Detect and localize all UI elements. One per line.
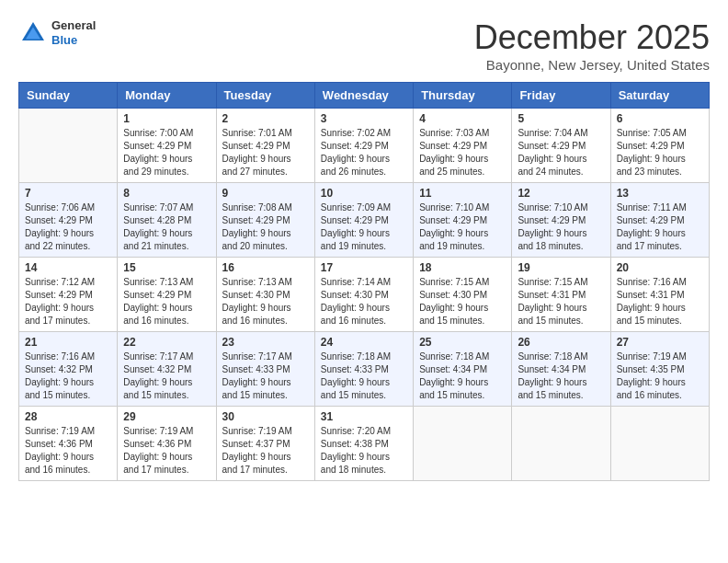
day-number: 6 [617,112,703,125]
calendar-cell: 1Sunrise: 7:00 AM Sunset: 4:29 PM Daylig… [118,109,216,183]
calendar-week-row: 28Sunrise: 7:19 AM Sunset: 4:36 PM Dayli… [19,407,710,481]
calendar-cell: 26Sunrise: 7:18 AM Sunset: 4:34 PM Dayli… [512,332,610,407]
calendar-cell: 4Sunrise: 7:03 AM Sunset: 4:29 PM Daylig… [414,109,512,183]
day-info: Sunrise: 7:13 AM Sunset: 4:29 PM Dayligh… [123,276,210,327]
month-title: December 2025 [474,18,710,57]
calendar-table: SundayMondayTuesdayWednesdayThursdayFrid… [18,82,710,481]
day-info: Sunrise: 7:18 AM Sunset: 4:34 PM Dayligh… [419,350,506,402]
day-info: Sunrise: 7:01 AM Sunset: 4:29 PM Dayligh… [222,127,309,178]
day-number: 30 [222,410,309,423]
day-info: Sunrise: 7:16 AM Sunset: 4:32 PM Dayligh… [25,350,111,402]
calendar-cell: 30Sunrise: 7:19 AM Sunset: 4:37 PM Dayli… [216,407,314,481]
day-number: 22 [123,336,210,349]
page-header: General Blue December 2025 Bayonne, New … [18,18,710,73]
day-number: 19 [518,261,604,274]
column-header-saturday: Saturday [610,83,709,109]
day-info: Sunrise: 7:02 AM Sunset: 4:29 PM Dayligh… [321,127,407,178]
calendar-cell: 24Sunrise: 7:18 AM Sunset: 4:33 PM Dayli… [314,332,413,407]
day-number: 16 [222,261,309,274]
day-info: Sunrise: 7:11 AM Sunset: 4:29 PM Dayligh… [617,201,703,253]
day-number: 23 [222,336,309,349]
day-number: 31 [321,410,407,423]
day-info: Sunrise: 7:05 AM Sunset: 4:29 PM Dayligh… [617,127,703,178]
calendar-header-row: SundayMondayTuesdayWednesdayThursdayFrid… [19,83,710,109]
day-info: Sunrise: 7:19 AM Sunset: 4:37 PM Dayligh… [222,425,309,477]
day-number: 14 [25,261,111,274]
day-number: 24 [321,336,407,349]
calendar-cell: 8Sunrise: 7:07 AM Sunset: 4:28 PM Daylig… [118,183,216,258]
calendar-cell: 14Sunrise: 7:12 AM Sunset: 4:29 PM Dayli… [19,258,118,332]
calendar-cell [414,407,512,481]
calendar-cell: 28Sunrise: 7:19 AM Sunset: 4:36 PM Dayli… [19,407,118,481]
column-header-thursday: Thursday [414,83,512,109]
day-info: Sunrise: 7:13 AM Sunset: 4:30 PM Dayligh… [222,276,309,327]
calendar-cell: 10Sunrise: 7:09 AM Sunset: 4:29 PM Dayli… [314,183,413,258]
day-number: 15 [123,261,210,274]
day-number: 13 [617,187,703,200]
day-number: 8 [123,187,210,200]
day-info: Sunrise: 7:17 AM Sunset: 4:33 PM Dayligh… [222,350,309,402]
day-info: Sunrise: 7:14 AM Sunset: 4:30 PM Dayligh… [321,276,407,327]
column-header-wednesday: Wednesday [314,83,413,109]
calendar-cell: 19Sunrise: 7:15 AM Sunset: 4:31 PM Dayli… [512,258,610,332]
day-number: 5 [518,112,604,125]
logo-text: General Blue [51,18,96,47]
day-info: Sunrise: 7:09 AM Sunset: 4:29 PM Dayligh… [321,201,407,253]
calendar-cell: 13Sunrise: 7:11 AM Sunset: 4:29 PM Dayli… [610,183,709,258]
day-info: Sunrise: 7:03 AM Sunset: 4:29 PM Dayligh… [419,127,506,178]
logo-icon [18,18,48,48]
day-info: Sunrise: 7:04 AM Sunset: 4:29 PM Dayligh… [518,127,604,178]
day-info: Sunrise: 7:19 AM Sunset: 4:36 PM Dayligh… [25,425,111,477]
day-number: 18 [419,261,506,274]
day-number: 4 [419,112,506,125]
calendar-week-row: 1Sunrise: 7:00 AM Sunset: 4:29 PM Daylig… [19,109,710,183]
day-number: 1 [123,112,210,125]
calendar-week-row: 7Sunrise: 7:06 AM Sunset: 4:29 PM Daylig… [19,183,710,258]
calendar-cell: 2Sunrise: 7:01 AM Sunset: 4:29 PM Daylig… [216,109,314,183]
day-number: 2 [222,112,309,125]
day-info: Sunrise: 7:18 AM Sunset: 4:33 PM Dayligh… [321,350,407,402]
calendar-cell: 22Sunrise: 7:17 AM Sunset: 4:32 PM Dayli… [118,332,216,407]
calendar-week-row: 21Sunrise: 7:16 AM Sunset: 4:32 PM Dayli… [19,332,710,407]
calendar-cell: 23Sunrise: 7:17 AM Sunset: 4:33 PM Dayli… [216,332,314,407]
day-info: Sunrise: 7:12 AM Sunset: 4:29 PM Dayligh… [25,276,111,327]
calendar-cell: 17Sunrise: 7:14 AM Sunset: 4:30 PM Dayli… [314,258,413,332]
day-number: 26 [518,336,604,349]
day-info: Sunrise: 7:15 AM Sunset: 4:30 PM Dayligh… [419,276,506,327]
calendar-cell [610,407,709,481]
calendar-cell: 12Sunrise: 7:10 AM Sunset: 4:29 PM Dayli… [512,183,610,258]
title-block: December 2025 Bayonne, New Jersey, Unite… [474,18,710,73]
day-info: Sunrise: 7:19 AM Sunset: 4:35 PM Dayligh… [617,350,703,402]
day-number: 25 [419,336,506,349]
calendar-cell: 3Sunrise: 7:02 AM Sunset: 4:29 PM Daylig… [314,109,413,183]
day-info: Sunrise: 7:07 AM Sunset: 4:28 PM Dayligh… [123,201,210,253]
day-number: 10 [321,187,407,200]
day-info: Sunrise: 7:06 AM Sunset: 4:29 PM Dayligh… [25,201,111,253]
calendar-cell: 21Sunrise: 7:16 AM Sunset: 4:32 PM Dayli… [19,332,118,407]
calendar-cell: 18Sunrise: 7:15 AM Sunset: 4:30 PM Dayli… [414,258,512,332]
column-header-friday: Friday [512,83,610,109]
day-number: 12 [518,187,604,200]
calendar-cell: 29Sunrise: 7:19 AM Sunset: 4:36 PM Dayli… [118,407,216,481]
day-info: Sunrise: 7:17 AM Sunset: 4:32 PM Dayligh… [123,350,210,402]
day-number: 20 [617,261,703,274]
day-number: 28 [25,410,111,423]
day-number: 7 [25,187,111,200]
calendar-cell [19,109,118,183]
calendar-cell: 16Sunrise: 7:13 AM Sunset: 4:30 PM Dayli… [216,258,314,332]
day-number: 3 [321,112,407,125]
column-header-sunday: Sunday [19,83,118,109]
day-info: Sunrise: 7:15 AM Sunset: 4:31 PM Dayligh… [518,276,604,327]
calendar-cell: 20Sunrise: 7:16 AM Sunset: 4:31 PM Dayli… [610,258,709,332]
column-header-tuesday: Tuesday [216,83,314,109]
day-info: Sunrise: 7:10 AM Sunset: 4:29 PM Dayligh… [419,201,506,253]
day-info: Sunrise: 7:18 AM Sunset: 4:34 PM Dayligh… [518,350,604,402]
day-info: Sunrise: 7:10 AM Sunset: 4:29 PM Dayligh… [518,201,604,253]
calendar-week-row: 14Sunrise: 7:12 AM Sunset: 4:29 PM Dayli… [19,258,710,332]
day-info: Sunrise: 7:00 AM Sunset: 4:29 PM Dayligh… [123,127,210,178]
day-number: 17 [321,261,407,274]
day-info: Sunrise: 7:08 AM Sunset: 4:29 PM Dayligh… [222,201,309,253]
day-info: Sunrise: 7:16 AM Sunset: 4:31 PM Dayligh… [617,276,703,327]
day-info: Sunrise: 7:20 AM Sunset: 4:38 PM Dayligh… [321,425,407,477]
calendar-cell: 7Sunrise: 7:06 AM Sunset: 4:29 PM Daylig… [19,183,118,258]
